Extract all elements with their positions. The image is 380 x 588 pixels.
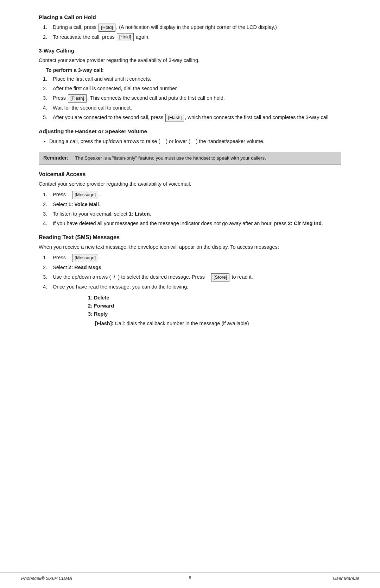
list-num: 3.	[43, 94, 47, 102]
three-way-subheading: To perform a 3-way call:	[46, 67, 341, 73]
bold-text: 2: Clr Msg Ind	[288, 221, 322, 226]
list-num: 2.	[43, 200, 47, 209]
list-item: 1. Press [Message].	[53, 191, 341, 199]
voicemail-heading: Voicemail Access	[39, 171, 341, 178]
list-item: 1. Press [Message].	[53, 254, 341, 262]
section-placing-call: Placing a Call on Hold 1. During a call,…	[39, 14, 341, 41]
voicemail-list: 1. Press [Message]. 2. Select 1: Voice M…	[53, 191, 341, 228]
list-item: 2. Select 1: Voice Mail.	[53, 200, 341, 209]
placing-call-heading: Placing a Call on Hold	[39, 14, 341, 20]
list-num: 1.	[43, 254, 47, 262]
list-item: 3. Use the up/down arrows ( / ) to selec…	[53, 273, 341, 281]
item-text: Press [Message].	[53, 255, 100, 260]
footer-page: 9	[189, 575, 191, 580]
list-num: 1.	[43, 191, 47, 199]
three-way-heading: 3-Way Calling	[39, 48, 341, 54]
bold-text: 1: Delete	[88, 295, 109, 301]
bold-text: 3: Reply	[88, 311, 108, 317]
reminder-box: Reminder: The Speaker is a "listen-only"…	[39, 152, 341, 165]
page-container: Placing a Call on Hold 1. During a call,…	[32, 0, 348, 363]
list-num: 4.	[43, 283, 47, 291]
list-num: 4.	[43, 219, 47, 228]
sms-heading: Reading Text (SMS) Messages	[39, 234, 341, 241]
item-text: To reactivate the call, press [Hold] aga…	[53, 34, 150, 40]
item-text: Select 2: Read Msgs.	[53, 265, 103, 270]
reminder-text: The Speaker is a "listen-only" feature; …	[75, 155, 266, 162]
list-num: 2.	[43, 85, 47, 93]
section-voicemail: Voicemail Access Contact your service pr…	[39, 171, 341, 228]
list-item: 1. Place the first call and wait until i…	[53, 75, 341, 83]
sms-sub-item-2: 2: Forward	[88, 302, 341, 310]
footer-left: Phonecell® SX6P CDMA	[21, 576, 72, 581]
three-way-list: 1. Place the first call and wait until i…	[53, 75, 341, 122]
list-num: 2.	[43, 33, 47, 41]
list-num: 4.	[43, 104, 47, 112]
list-num: 2.	[43, 264, 47, 272]
list-item: 3. To listen to your voicemail, select 1…	[53, 210, 341, 218]
placing-call-list: 1. During a call, press [Hold]. (A notif…	[53, 23, 341, 41]
list-item: 4. If you have deleted all your messages…	[53, 219, 341, 228]
list-item: 5. After you are connected to the second…	[53, 113, 341, 122]
item-text: Use the up/down arrows ( / ) to select t…	[53, 274, 253, 280]
sms-list: 1. Press [Message]. 2. Select 2: Read Ms…	[53, 254, 341, 291]
item-text: Place the first call and wait until it c…	[53, 76, 151, 82]
reminder-label: Reminder:	[43, 155, 71, 161]
item-text: Once you have read the message, you can …	[53, 284, 188, 290]
list-item: 2. To reactivate the call, press [Hold] …	[53, 33, 341, 42]
list-num: 3.	[43, 273, 47, 281]
flash-button-1: [Flash]	[68, 94, 87, 103]
list-item: 3. Press [Flash]. This connects the seco…	[53, 94, 341, 103]
store-button: [Store]	[211, 273, 229, 281]
bold-text: 1: Voice Mail	[68, 202, 99, 207]
item-text: If you have deleted all your messages an…	[53, 221, 323, 226]
item-text: During a call, press [Hold]. (A notifica…	[53, 24, 277, 30]
item-text: To listen to your voicemail, select 1: L…	[53, 211, 151, 217]
hold-button-1: [Hold]	[99, 24, 115, 32]
item-text: Wait for the second call to connect.	[53, 105, 132, 111]
volume-heading: Adjusting the Handset or Speaker Volume	[39, 128, 341, 135]
bold-text: [Flash]:	[95, 321, 113, 326]
bold-text: 2: Read Msgs	[68, 265, 101, 270]
footer-right: User Manual	[333, 576, 359, 581]
bold-text: 1: Listen	[129, 211, 150, 217]
list-item: 1. During a call, press [Hold]. (A notif…	[53, 23, 341, 32]
item-text: Press [Flash]. This connects the second …	[53, 95, 225, 101]
message-button-1: [Message]	[72, 191, 98, 199]
item-text: After the first call is connected, dial …	[53, 86, 178, 91]
volume-list: During a call, press the up/down arrows …	[49, 137, 341, 146]
list-item: During a call, press the up/down arrows …	[49, 137, 341, 146]
sms-intro: When you receive a new text message, the…	[39, 243, 341, 251]
list-item: 2. After the first call is connected, di…	[53, 85, 341, 93]
voicemail-intro: Contact your service provider regarding …	[39, 180, 341, 188]
section-sms: Reading Text (SMS) Messages When you rec…	[39, 234, 341, 328]
item-text: After you are connected to the second ca…	[53, 114, 330, 120]
list-num: 1.	[43, 75, 47, 83]
flash-button-2: [Flash]	[165, 114, 184, 122]
hold-button-2: [Hold]	[117, 33, 134, 41]
volume-text: During a call, press the up/down arrows …	[49, 138, 265, 144]
message-button-2: [Message]	[72, 254, 98, 262]
section-three-way: 3-Way Calling Contact your service provi…	[39, 48, 341, 122]
list-item: 4. Wait for the second call to connect.	[53, 104, 341, 112]
list-num: 5.	[43, 113, 47, 122]
list-num: 1.	[43, 23, 47, 31]
sms-sub-items: 1: Delete 2: Forward 3: Reply [Flash]: C…	[67, 294, 341, 328]
bold-text: 2: Forward	[88, 303, 114, 309]
list-item: 2. Select 2: Read Msgs.	[53, 264, 341, 272]
item-text: Select 1: Voice Mail.	[53, 202, 100, 207]
sms-sub-item-1: 1: Delete	[88, 294, 341, 302]
sms-sub-item-3: 3: Reply	[88, 310, 341, 318]
three-way-intro: Contact your service provider regarding …	[39, 57, 341, 64]
section-volume: Adjusting the Handset or Speaker Volume …	[39, 128, 341, 146]
list-num: 3.	[43, 210, 47, 218]
item-text: Press [Message].	[53, 192, 100, 197]
list-item: 4. Once you have read the message, you c…	[53, 283, 341, 291]
sms-flash-note: [Flash]: Call: dials the callback number…	[95, 320, 341, 328]
